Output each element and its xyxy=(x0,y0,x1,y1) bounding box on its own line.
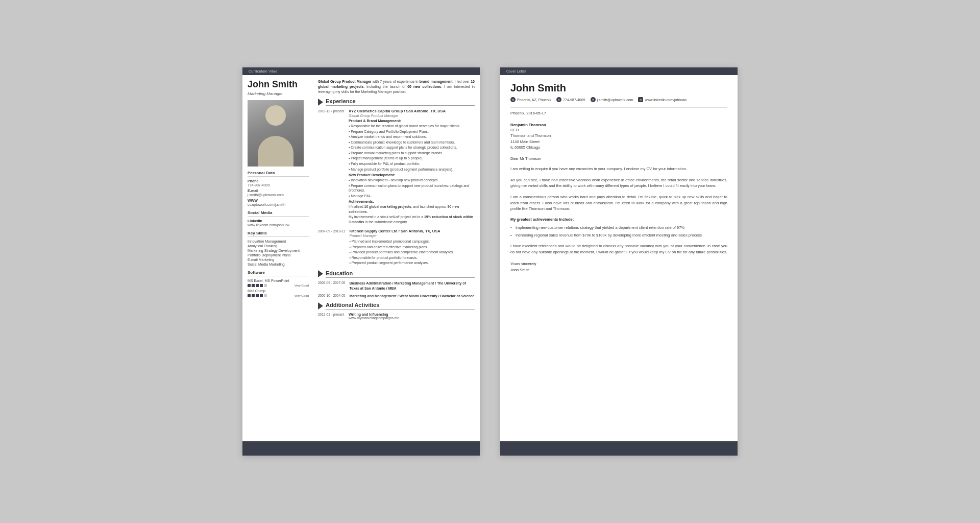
cl-recipient-company: Thomson and Thomson xyxy=(510,133,727,138)
linkedin-value: www.linkedin.com/johnutw xyxy=(248,223,309,227)
exp-entry-2: 2007-09 - 2010-11 Kitchen Supply Center … xyxy=(318,229,475,266)
exp-bullet-1-8: • Fully responsible for P&L of product p… xyxy=(349,161,475,167)
cl-recipient-address: 1140 Main Street xyxy=(510,139,727,145)
cl-email: j.smith@uptowork.com xyxy=(597,98,633,102)
cl-paragraph-3: I am a conscientious person who works ha… xyxy=(510,194,727,212)
skill-4: Portfolio Deployment Plans xyxy=(248,253,309,257)
exp-bullet-j2-3: • Provided product portfolios and compet… xyxy=(350,250,475,255)
edu-date-1: 2005-09 - 2007-05 xyxy=(318,281,346,291)
exp-sub-1: Product & Brand Management: xyxy=(349,119,475,123)
exp-bullet-1-7: • Project management (teams of up to 5 p… xyxy=(349,156,475,161)
exp-bullet-j2-2: • Prepared and delivered effective marke… xyxy=(350,245,475,250)
cv-header-bar: Curriculum Vitae xyxy=(242,67,480,75)
act-content-1: Writing and Influencing www.mymarketingc… xyxy=(349,313,475,320)
dot-5 xyxy=(264,284,267,287)
act-subtitle-1: www.mymarketingcampaigns.me xyxy=(349,316,475,320)
exp-content-1: XYZ Cosmetics Capital Group / San Antoni… xyxy=(349,109,475,225)
skill-6: Social Media Marketing xyxy=(248,263,309,266)
exp-company-2: Kitchen Supply Center Ltd / San Antonio,… xyxy=(350,229,475,233)
software-dots-1 xyxy=(248,284,267,287)
cv-job-title: Marketing Manager xyxy=(248,91,309,96)
cv-body: John Smith Marketing Manager Personal Da… xyxy=(242,75,480,326)
exp-bullet-1-4: • Communicate product knowledge to custo… xyxy=(349,140,475,145)
exp-bullet-1-6: • Prepare annual marketing plans to supp… xyxy=(349,151,475,156)
edu-date-2: 2000-10 - 2004-05 xyxy=(318,294,346,299)
exp-bullet-3-1: I finalized 10 global marketing projects… xyxy=(349,204,475,214)
summary-bold-1: Global Group Product Manager xyxy=(318,80,372,83)
cl-contact-row: ⊕ Phoenix, AZ, Phoenix ✆ 774-987-4009 ✉ … xyxy=(510,97,727,102)
exp-bullet-1-3: • Analyze market trends and recommend so… xyxy=(349,134,475,139)
cv-name: John Smith xyxy=(248,79,309,90)
phone-label: Phone xyxy=(248,179,309,183)
skill-5: E-mail Marketing xyxy=(248,258,309,262)
cl-name: John Smith xyxy=(510,82,727,94)
software-section-title: Software xyxy=(248,270,309,276)
act-entry-1: 2012-01 - present Writing and Influencin… xyxy=(318,313,475,320)
cl-footer xyxy=(500,441,738,456)
edu-content-2: Marketing and Management / West Miami Un… xyxy=(350,294,475,299)
cl-header-label: Cover Letter xyxy=(506,69,526,73)
linkedin-icon: in xyxy=(638,97,643,102)
cl-paragraph-2: As you can see, I have had extensive vac… xyxy=(510,177,727,189)
cl-phone: 774-987-4009 xyxy=(563,98,585,102)
exp-bullet-1-9: • Manage product portfolio (product segm… xyxy=(349,167,475,172)
cv-photo-image xyxy=(248,100,304,167)
social-media-section-title: Social Media xyxy=(248,210,309,217)
cl-email-item: ✉ j.smith@uptowork.com xyxy=(591,97,633,102)
summary-bold-2: brand management xyxy=(420,80,453,83)
cv-right-column: Global Group Product Manager with 7 year… xyxy=(314,75,480,326)
exp-company-1: XYZ Cosmetics Capital Group / San Antoni… xyxy=(349,109,475,113)
cover-letter-document: Cover Letter John Smith ⊕ Phoenix, AZ, P… xyxy=(500,67,738,456)
software-row-2: Mail Chimp xyxy=(248,289,309,293)
cl-recipient-name: Benjamin Thomson xyxy=(510,123,727,127)
cv-photo xyxy=(248,100,304,167)
dot-1 xyxy=(248,284,251,287)
linkedin-label: LinkedIn xyxy=(248,219,309,223)
exp-date-2: 2007-09 - 2010-11 xyxy=(318,229,346,266)
experience-section-title: Experience xyxy=(326,98,475,106)
cl-sign: Yours sincerely xyxy=(510,262,727,266)
software-label-2: Very Good xyxy=(295,294,309,297)
cl-divider xyxy=(510,107,727,108)
software-dots-row-2: Very Good xyxy=(248,294,309,297)
key-skills-section-title: Key Skills xyxy=(248,231,309,237)
edu-content-1: Business Administration / Marketing Mana… xyxy=(350,281,475,291)
exp-date-1: 2010-12 - present xyxy=(318,109,345,225)
software-dots-2 xyxy=(248,294,267,297)
act-title-1: Writing and Influencing xyxy=(349,313,475,316)
cv-document: Curriculum Vitae John Smith Marketing Ma… xyxy=(242,67,480,456)
dot2-3 xyxy=(256,294,259,297)
act-date-1: 2012-01 - present xyxy=(318,313,345,320)
cl-linkedin-item: in www.linkedin.com/johnutw xyxy=(638,97,687,102)
cl-phone-item: ✆ 774-987-4009 xyxy=(556,97,585,102)
cv-left-column: John Smith Marketing Manager Personal Da… xyxy=(242,75,314,303)
cl-closing: I have excellent references and would be… xyxy=(510,243,727,255)
dot2-1 xyxy=(248,294,251,297)
cl-achievement-2: Increasing regional sales revenue from $… xyxy=(510,232,727,238)
edu-entry-1: 2005-09 - 2007-05 Business Administratio… xyxy=(318,281,475,291)
exp-bullet-1-2: • Prepare Category and Portfolio Deploym… xyxy=(349,129,475,134)
cl-salutation: Dear Mr Thomson xyxy=(510,156,727,161)
cl-location: Phoenix, AZ, Phoenix xyxy=(517,98,551,102)
exp-sub-3: Achievements: xyxy=(349,200,475,203)
software-name-2: Mail Chimp xyxy=(248,289,265,293)
documents-container: Curriculum Vitae John Smith Marketing Ma… xyxy=(242,37,738,486)
email-label: E-mail xyxy=(248,189,309,193)
exp-bullet-j2-5: • Prepared product segment performance a… xyxy=(350,260,475,266)
activities-arrow-icon xyxy=(318,302,323,310)
exp-bullet-3-2: My involvement in a stock sell-off proje… xyxy=(349,215,475,224)
dot-2 xyxy=(252,284,255,287)
edu-title-1: Business Administration / Marketing Mana… xyxy=(350,281,475,291)
personal-data-section-title: Personal Data xyxy=(248,171,309,177)
exp-bullet-1-5: • Create communication support plans for… xyxy=(349,145,475,150)
exp-bullet-1-1: • Responsible for the creation of global… xyxy=(349,124,475,129)
cl-body: John Smith ⊕ Phoenix, AZ, Phoenix ✆ 774-… xyxy=(500,75,738,293)
dot-3 xyxy=(256,284,259,287)
dot2-5 xyxy=(264,294,267,297)
exp-entry-1: 2010-12 - present XYZ Cosmetics Capital … xyxy=(318,109,475,225)
edu-title-2: Marketing and Management / West Miami Un… xyxy=(350,294,475,299)
cl-achievements-title: My greatest achievements include: xyxy=(510,217,727,222)
exp-sub-2: New Product Development: xyxy=(349,173,475,177)
exp-bullet-j2-1: • Planned and implemented promotional ca… xyxy=(350,239,475,244)
exp-bullet-2-2: • Prepare communication plans to support… xyxy=(349,183,475,193)
